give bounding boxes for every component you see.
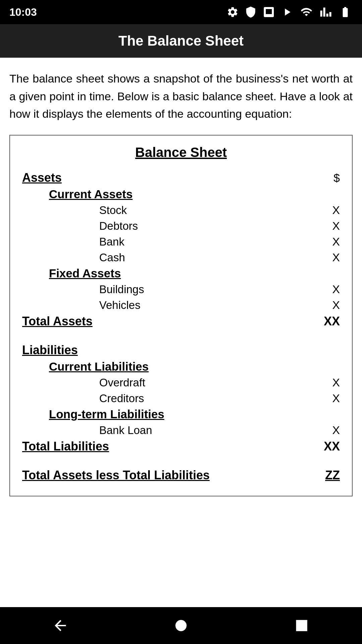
row-vehicles: Vehicles X <box>22 297 340 313</box>
app-bar-title: The Balance Sheet <box>118 33 243 49</box>
value-total-liabilities: XX <box>320 439 340 453</box>
row-net-assets: Total Assets less Total Liabilities ZZ <box>22 467 340 484</box>
row-bank-loan: Bank Loan X <box>22 422 340 438</box>
row-creditors: Creditors X <box>22 390 340 406</box>
row-liabilities-header: Liabilities <box>22 342 340 359</box>
app-bar: The Balance Sheet <box>0 24 362 58</box>
value-total-assets: XX <box>320 314 340 328</box>
back-icon <box>52 617 69 634</box>
value-net-assets: ZZ <box>320 468 340 482</box>
device-icon <box>263 6 275 18</box>
label-fixed-assets: Fixed Assets <box>49 267 121 280</box>
label-buildings: Buildings <box>99 283 144 296</box>
row-buildings: Buildings X <box>22 281 340 297</box>
label-liabilities: Liabilities <box>22 343 78 357</box>
label-current-assets: Current Assets <box>49 187 133 201</box>
spacer-2 <box>22 455 340 467</box>
row-fixed-assets: Fixed Assets <box>22 265 340 281</box>
row-current-liabilities: Current Liabilities <box>22 359 340 375</box>
row-overdraft: Overdraft X <box>22 375 340 390</box>
label-current-liabilities: Current Liabilities <box>49 360 149 373</box>
label-cash: Cash <box>99 251 125 264</box>
value-overdraft: X <box>320 376 340 389</box>
balance-sheet-container: Balance Sheet Assets $ Current Assets St… <box>9 135 353 496</box>
label-debtors: Debtors <box>99 220 138 232</box>
svg-point-0 <box>175 620 186 631</box>
value-bank: X <box>320 235 340 248</box>
recents-icon <box>293 617 310 634</box>
row-stock: Stock X <box>22 202 340 218</box>
bottom-nav <box>0 607 362 644</box>
label-bank: Bank <box>99 235 124 248</box>
value-assets: $ <box>320 171 340 184</box>
label-net-assets: Total Assets less Total Liabilities <box>22 468 210 482</box>
label-stock: Stock <box>99 204 127 217</box>
play-icon <box>281 6 293 18</box>
label-longterm-liabilities: Long-term Liabilities <box>49 408 164 421</box>
row-total-liabilities: Total Liabilities XX <box>22 438 340 455</box>
value-vehicles: X <box>320 299 340 312</box>
row-debtors: Debtors X <box>22 218 340 234</box>
value-stock: X <box>320 204 340 217</box>
intro-paragraph: The balance sheet shows a snapshot of th… <box>9 70 353 123</box>
value-creditors: X <box>320 392 340 405</box>
label-assets: Assets <box>22 171 62 185</box>
spacer-1 <box>22 330 340 342</box>
value-debtors: X <box>320 219 340 232</box>
row-current-assets: Current Assets <box>22 186 340 202</box>
shield-icon <box>245 6 257 18</box>
home-button[interactable] <box>168 612 194 639</box>
sheet-title: Balance Sheet <box>22 145 340 160</box>
svg-rect-1 <box>296 620 307 631</box>
status-time: 10:03 <box>9 6 37 18</box>
label-overdraft: Overdraft <box>99 376 145 389</box>
label-bank-loan: Bank Loan <box>99 424 152 437</box>
label-vehicles: Vehicles <box>99 299 140 312</box>
row-total-assets: Total Assets XX <box>22 313 340 330</box>
signal-icon <box>320 6 332 18</box>
home-icon <box>173 617 189 634</box>
settings-icon <box>227 6 239 18</box>
row-bank: Bank X <box>22 234 340 250</box>
recents-button[interactable] <box>288 612 315 639</box>
status-icons <box>227 6 353 18</box>
label-total-liabilities: Total Liabilities <box>22 439 109 453</box>
back-button[interactable] <box>47 612 74 639</box>
value-bank-loan: X <box>320 424 340 437</box>
wifi-icon <box>299 6 314 18</box>
value-buildings: X <box>320 283 340 296</box>
row-cash: Cash X <box>22 250 340 265</box>
label-creditors: Creditors <box>99 392 144 405</box>
main-content: The balance sheet shows a snapshot of th… <box>0 58 362 607</box>
row-assets-header: Assets $ <box>22 169 340 186</box>
label-total-assets: Total Assets <box>22 314 93 328</box>
battery-icon <box>338 6 353 18</box>
value-cash: X <box>320 251 340 264</box>
status-bar: 10:03 <box>0 0 362 24</box>
row-longterm-liabilities: Long-term Liabilities <box>22 406 340 422</box>
